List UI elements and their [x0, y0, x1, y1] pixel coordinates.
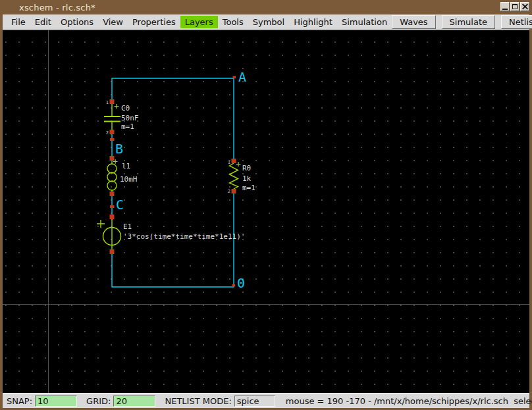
menu-view[interactable]: View [98, 16, 128, 28]
snap-input[interactable] [35, 396, 77, 407]
statusbar-info: mouse = 190 -170 - /mnt/x/home/schippes/… [286, 396, 532, 406]
menu-layers[interactable]: Layers [180, 16, 218, 28]
source-plus-icon [97, 220, 105, 228]
close-icon [521, 3, 528, 10]
net-label-a[interactable]: A [238, 70, 246, 84]
pin-src-1 [110, 215, 115, 219]
inductor-coil-2 [107, 172, 117, 182]
inductor-coil-1 [107, 164, 117, 173]
minimize-icon [502, 9, 508, 10]
maximize-icon [512, 4, 518, 9]
capacitor-ref[interactable]: C0 [121, 105, 130, 113]
netlist-mode-input[interactable] [234, 396, 275, 407]
capacitor-plates [104, 116, 120, 122]
net-label-0[interactable]: 0 [237, 276, 245, 290]
minimize-button[interactable] [500, 2, 510, 11]
waves-button[interactable]: Waves [392, 15, 435, 29]
xschem-window: xschem - rlc.sch* File Edit Options View… [0, 0, 532, 410]
title-bar[interactable]: xschem - rlc.sch* [3, 0, 529, 14]
net-label-c[interactable]: C [116, 198, 124, 211]
grid-label: GRID: [86, 396, 111, 406]
pin-cap-1 [110, 99, 115, 104]
menu-options[interactable]: Options [56, 16, 98, 28]
menu-file[interactable]: File [7, 16, 30, 28]
origin-axes [3, 30, 529, 393]
inductor-ref[interactable]: l1 [122, 163, 130, 170]
grid-input[interactable] [113, 396, 155, 407]
window-controls [500, 2, 529, 11]
pin-res-1 [232, 159, 236, 163]
resistor-mult[interactable]: m=1 [242, 184, 255, 192]
menu-edit[interactable]: Edit [30, 16, 56, 28]
res-pin2-number: 2 [228, 189, 230, 194]
capacitor-mult[interactable]: m=1 [121, 123, 134, 131]
voltage-source-symbol[interactable] [97, 219, 121, 249]
capacitor-plus-icon [115, 104, 119, 109]
capacitor-value[interactable]: 50nF [121, 115, 139, 122]
pin-ind-2 [110, 192, 115, 196]
menu-simulation[interactable]: Simulation [337, 16, 392, 28]
res-pin1-number: 1 [228, 160, 230, 165]
source-ref[interactable]: E1 [123, 223, 132, 231]
pin-src-2 [110, 249, 115, 254]
close-button[interactable] [520, 2, 529, 11]
netlist-button[interactable]: Netlist [501, 15, 532, 29]
cap-pin1-number: 1 [106, 100, 109, 105]
menu-properties[interactable]: Properties [128, 16, 180, 28]
label-pin-0 [232, 284, 236, 287]
netlist-mode-label: NETLIST MODE: [165, 396, 231, 406]
label-pin-c [110, 205, 115, 208]
resistor-zigzag [230, 163, 238, 189]
menu-highlight[interactable]: Highlight [289, 16, 337, 28]
inductor-value[interactable]: 10mH [120, 176, 138, 184]
net-label-b[interactable]: B [115, 142, 123, 155]
label-pin-a [233, 76, 236, 79]
snap-label: SNAP: [7, 396, 32, 406]
inductor-coil-3 [107, 181, 117, 190]
menu-symbol[interactable]: Symbol [248, 16, 289, 28]
cap-pin2-number: 2 [106, 130, 109, 136]
resistor-ref[interactable]: R0 [242, 165, 251, 172]
pin-res-2 [232, 189, 236, 193]
schematic-canvas[interactable]: 1 2 1 2 A B C 0 C0 50nF m=1 l1 10mH E1 '… [3, 30, 529, 393]
maximize-button[interactable] [510, 2, 519, 11]
resistor-symbol[interactable] [230, 162, 241, 189]
resistor-value[interactable]: 1k [242, 175, 251, 183]
label-pin-b [110, 138, 115, 141]
menu-bar: File Edit Options View Properties Layers… [3, 14, 529, 30]
source-value[interactable]: '3*cos(time*time*time*1e11)' [123, 233, 245, 241]
resistor-plus-icon [236, 162, 241, 167]
circuit-graphics: 1 2 1 2 [3, 30, 529, 393]
simulate-button[interactable]: Simulate [442, 15, 495, 29]
inductor-symbol[interactable] [107, 159, 118, 192]
menu-tools[interactable]: Tools [218, 16, 248, 28]
status-bar: SNAP: GRID: NETLIST MODE: mouse = 190 -1… [3, 393, 529, 408]
window-title: xschem - rlc.sch* [3, 3, 95, 13]
capacitor-symbol[interactable] [104, 104, 120, 130]
pin-cap-2 [110, 130, 115, 134]
pin-ind-1 [110, 156, 115, 161]
